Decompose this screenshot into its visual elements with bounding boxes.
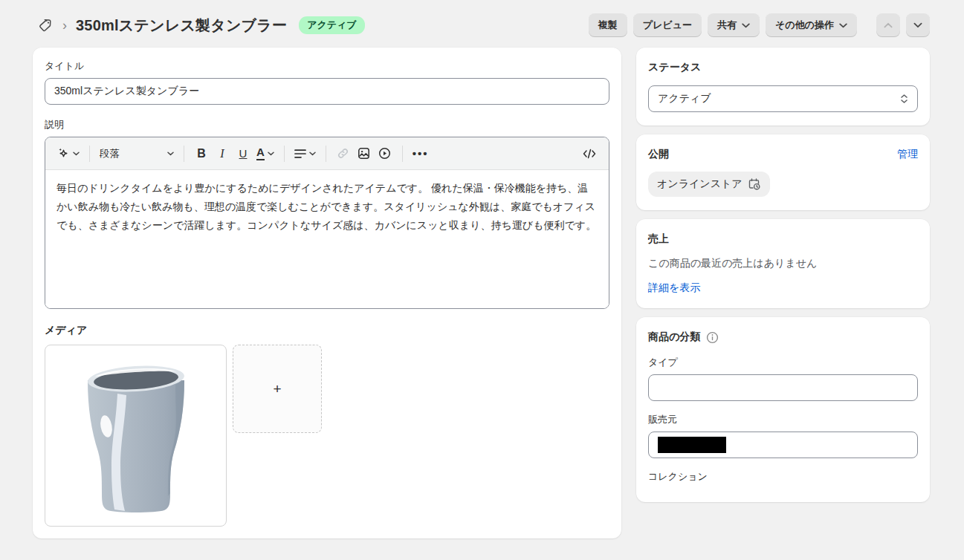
toolbar-divider bbox=[89, 146, 90, 162]
tumbler-product-image bbox=[73, 355, 199, 517]
header-actions: 複製 プレビュー 共有 その他の操作 bbox=[589, 13, 930, 37]
updown-caret-icon bbox=[900, 94, 908, 104]
vendor-input[interactable] bbox=[648, 432, 918, 458]
sparkle-icon bbox=[57, 147, 70, 160]
page-header: › 350mlステンレス製タンブラー アクティブ 複製 プレビュー 共有 その他… bbox=[0, 0, 964, 48]
show-html-button[interactable] bbox=[579, 143, 600, 165]
product-organization-card: 商品の分類 タイプ 販売元 bbox=[636, 317, 930, 502]
media-section-heading: メディア bbox=[45, 324, 609, 337]
media-gallery: + bbox=[45, 345, 609, 527]
online-store-channel-pill[interactable]: オンラインストア bbox=[648, 172, 770, 197]
sales-empty-text: この商品の最近の売上はありません bbox=[648, 255, 918, 270]
paragraph-style-dropdown[interactable]: 段落 bbox=[97, 143, 177, 165]
status-heading: ステータス bbox=[648, 61, 918, 74]
previous-product-button[interactable] bbox=[876, 13, 900, 37]
chevron-down-icon bbox=[309, 152, 316, 156]
tag-icon bbox=[39, 18, 54, 33]
publishing-card: 公開 管理 オンラインストア bbox=[636, 134, 930, 210]
sales-heading: 売上 bbox=[648, 232, 918, 246]
description-label: 説明 bbox=[45, 118, 609, 131]
status-select[interactable]: アクティブ bbox=[648, 85, 918, 112]
chevron-down-icon bbox=[839, 23, 847, 28]
ai-assistant-button[interactable] bbox=[54, 143, 83, 165]
image-icon bbox=[358, 147, 370, 160]
sales-details-link[interactable]: 詳細を表示 bbox=[648, 281, 700, 293]
share-button[interactable]: 共有 bbox=[708, 13, 760, 37]
description-textarea[interactable]: 毎日のドリンクタイムをより豊かにするためにデザインされたアイテムです。 優れた保… bbox=[45, 170, 609, 308]
next-product-button[interactable] bbox=[906, 13, 930, 37]
status-card: ステータス アクティブ bbox=[636, 48, 930, 126]
toolbar-divider bbox=[184, 146, 184, 162]
preview-button[interactable]: プレビュー bbox=[633, 13, 702, 37]
insert-image-button[interactable] bbox=[354, 143, 375, 165]
breadcrumb: › 350mlステンレス製タンブラー アクティブ bbox=[39, 16, 365, 36]
chevron-down-icon bbox=[167, 152, 174, 156]
editor-toolbar: 段落 B I U A bbox=[45, 137, 609, 170]
more-formatting-button[interactable]: ••• bbox=[410, 143, 432, 165]
add-media-button[interactable]: + bbox=[233, 345, 322, 433]
chevron-down-icon bbox=[913, 22, 922, 28]
link-icon bbox=[337, 147, 349, 160]
redacted-vendor-value bbox=[658, 437, 726, 453]
duplicate-button[interactable]: 複製 bbox=[589, 13, 627, 37]
bold-button[interactable]: B bbox=[191, 143, 212, 165]
code-icon bbox=[583, 149, 596, 159]
italic-button[interactable]: I bbox=[212, 143, 233, 165]
video-play-icon bbox=[378, 147, 391, 160]
insert-video-button[interactable] bbox=[375, 143, 395, 165]
title-label: タイトル bbox=[45, 59, 609, 73]
product-image-thumbnail[interactable] bbox=[45, 345, 227, 527]
chevron-down-icon bbox=[268, 152, 274, 156]
info-icon[interactable] bbox=[706, 331, 719, 344]
toolbar-divider bbox=[284, 146, 285, 162]
product-details-card: タイトル 説明 段落 bbox=[33, 48, 621, 538]
page-content: タイトル 説明 段落 bbox=[33, 48, 930, 538]
title-input[interactable] bbox=[45, 78, 609, 105]
insert-link-button[interactable] bbox=[333, 143, 354, 165]
underline-button[interactable]: U bbox=[233, 143, 253, 165]
align-left-icon bbox=[294, 149, 306, 159]
organization-heading: 商品の分類 bbox=[648, 331, 700, 344]
type-label: タイプ bbox=[648, 356, 918, 369]
page-title: 350mlステンレス製タンブラー bbox=[76, 16, 287, 36]
product-pager bbox=[876, 13, 930, 37]
plus-icon: + bbox=[273, 381, 281, 397]
text-color-button[interactable]: A bbox=[253, 143, 277, 165]
chevron-down-icon bbox=[742, 23, 750, 28]
status-badge: アクティブ bbox=[299, 16, 365, 34]
toolbar-divider bbox=[402, 146, 403, 162]
toolbar-divider bbox=[326, 146, 326, 162]
vendor-label: 販売元 bbox=[648, 413, 918, 426]
alignment-button[interactable] bbox=[291, 143, 319, 165]
sales-card: 売上 この商品の最近の売上はありません 詳細を表示 bbox=[636, 219, 930, 308]
description-editor: 段落 B I U A bbox=[45, 137, 609, 309]
type-input[interactable] bbox=[648, 374, 918, 401]
sidebar: ステータス アクティブ 公開 管理 オンラインストア bbox=[636, 48, 930, 502]
collections-label: コレクション bbox=[648, 470, 918, 484]
chevron-down-icon bbox=[73, 152, 80, 156]
chevron-up-icon bbox=[884, 22, 893, 28]
calendar-clock-icon bbox=[748, 178, 761, 191]
breadcrumb-separator-icon: › bbox=[61, 19, 68, 32]
manage-publishing-link[interactable]: 管理 bbox=[897, 148, 918, 161]
publishing-heading: 公開 bbox=[648, 148, 669, 161]
more-actions-button[interactable]: その他の操作 bbox=[766, 13, 857, 37]
